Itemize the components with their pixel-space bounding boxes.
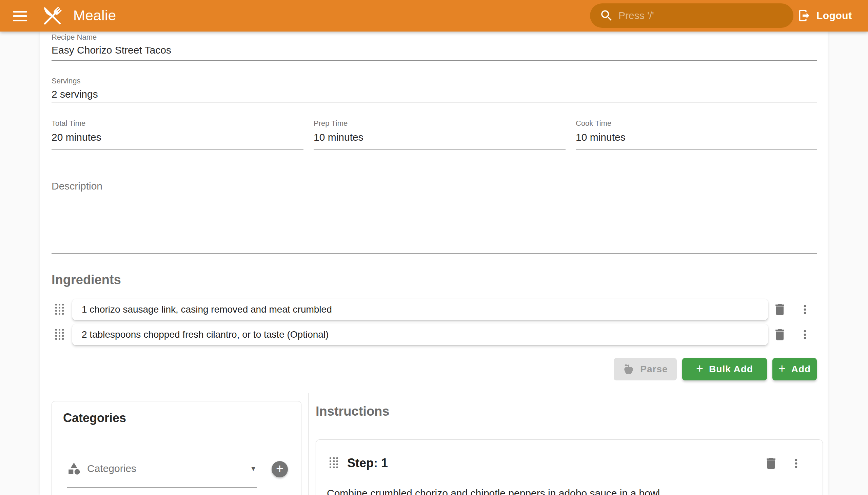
- servings-input[interactable]: 2 servings: [52, 88, 98, 100]
- step-drag-handle[interactable]: [329, 457, 339, 469]
- recipe-name-underline: [52, 60, 817, 61]
- add-button[interactable]: + Add: [772, 358, 817, 380]
- recipe-name-label: Recipe Name: [52, 33, 97, 42]
- logout-label: Logout: [816, 10, 852, 21]
- categories-card: Categories Categories ▼ +: [52, 401, 302, 495]
- plus-icon: +: [276, 461, 284, 476]
- step-delete-button[interactable]: [763, 455, 779, 472]
- prep-time-input[interactable]: 10 minutes: [313, 132, 363, 143]
- instructions-heading: Instructions: [316, 404, 389, 419]
- ingredient-input[interactable]: 1 chorizo sausage link, casing removed a…: [82, 304, 332, 315]
- ingredient-delete-button[interactable]: [772, 302, 788, 318]
- ingredient-row: 1 chorizo sausage link, casing removed a…: [72, 299, 768, 320]
- logout-button[interactable]: Logout: [798, 4, 852, 27]
- description-textarea[interactable]: [52, 193, 817, 253]
- cook-time-label: Cook Time: [576, 119, 611, 128]
- step-text-input[interactable]: Combine crumbled chorizo and chipotle pe…: [327, 487, 808, 495]
- trash-icon: [772, 327, 787, 342]
- ingredients-heading: Ingredients: [52, 273, 121, 287]
- description-underline: [52, 253, 817, 254]
- ingredient-delete-button[interactable]: [772, 326, 788, 343]
- kebab-icon: [789, 457, 803, 470]
- plus-icon: +: [779, 362, 786, 375]
- total-time-input[interactable]: 20 minutes: [52, 132, 101, 143]
- categories-select-underline: [67, 487, 257, 488]
- ingredient-drag-handle[interactable]: [55, 304, 65, 315]
- search-icon: [599, 8, 614, 23]
- cook-time-input[interactable]: 10 minutes: [576, 132, 626, 143]
- total-time-underline: [52, 149, 304, 150]
- description-label: Description: [52, 181, 102, 192]
- bulk-add-button[interactable]: + Bulk Add: [682, 358, 767, 380]
- ingredient-drag-handle[interactable]: [55, 329, 65, 340]
- shapes-icon: [67, 461, 81, 476]
- mealie-app: Mealie Logout Recipe Name Easy Chorizo S…: [0, 0, 868, 495]
- column-divider: [308, 393, 309, 495]
- add-label: Add: [792, 364, 811, 375]
- servings-label: Servings: [52, 76, 81, 85]
- prep-time-label: Prep Time: [313, 119, 347, 128]
- categories-select-label: Categories: [87, 463, 136, 474]
- parse-button[interactable]: Parse: [614, 358, 677, 380]
- prep-time-underline: [313, 149, 565, 150]
- step-menu-button[interactable]: [788, 455, 804, 472]
- plus-icon: +: [696, 362, 703, 375]
- chevron-down-icon: ▼: [250, 465, 257, 473]
- app-header: Mealie Logout: [0, 0, 868, 32]
- recipe-name-input[interactable]: Easy Chorizo Street Tacos: [52, 45, 171, 56]
- search-input[interactable]: [618, 5, 785, 26]
- step-title: Step: 1: [347, 456, 388, 470]
- kebab-icon: [798, 303, 812, 316]
- trash-icon: [772, 302, 787, 317]
- kebab-icon: [798, 328, 812, 341]
- app-title: Mealie: [73, 7, 116, 24]
- servings-underline: [52, 102, 817, 102]
- ingredient-menu-button[interactable]: [797, 302, 813, 318]
- total-time-label: Total Time: [52, 119, 85, 128]
- bulk-add-label: Bulk Add: [709, 364, 753, 375]
- parse-label: Parse: [640, 364, 668, 375]
- categories-heading: Categories: [63, 411, 126, 425]
- categories-select[interactable]: Categories ▼: [67, 460, 257, 477]
- search-bar[interactable]: [590, 3, 794, 28]
- add-category-button[interactable]: +: [272, 461, 288, 477]
- ingredient-row: 2 tablespoons chopped fresh cilantro, or…: [72, 324, 768, 345]
- mealie-logo-icon: [39, 3, 65, 29]
- instruction-step-card: Step: 1 Combine crumbled chorizo and chi…: [316, 439, 823, 495]
- logout-icon: [798, 9, 811, 22]
- menu-button[interactable]: [10, 6, 30, 26]
- apple-icon: [623, 363, 635, 375]
- trash-icon: [764, 456, 779, 471]
- cook-time-underline: [576, 149, 817, 150]
- hamburger-menu-icon: [13, 11, 27, 21]
- ingredient-menu-button[interactable]: [797, 326, 813, 343]
- ingredient-input[interactable]: 2 tablespoons chopped fresh cilantro, or…: [82, 329, 328, 340]
